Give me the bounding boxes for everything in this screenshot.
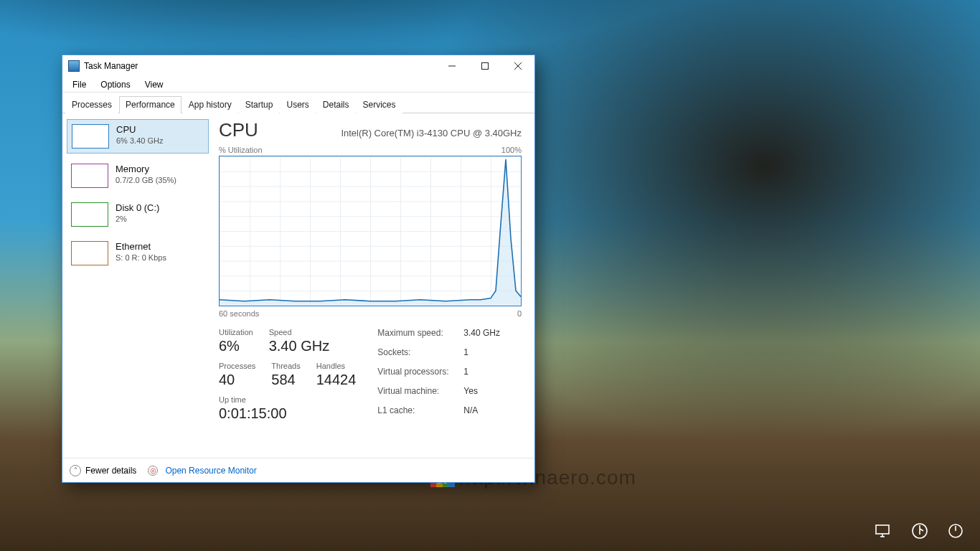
main-panel: CPU Intel(R) Core(TM) i3-4130 CPU @ 3.40… bbox=[213, 113, 534, 458]
sidebar-item-cpu[interactable]: CPU 6% 3.40 GHz bbox=[67, 119, 209, 154]
info-max-speed: 3.40 GHz bbox=[463, 328, 500, 344]
disk-thumb-icon bbox=[71, 202, 108, 227]
svg-rect-1 bbox=[876, 525, 889, 534]
window-title: Task Manager bbox=[84, 61, 138, 71]
sidebar-item-label: Memory bbox=[116, 164, 176, 174]
axis-label: 100% bbox=[501, 146, 522, 154]
network-icon[interactable] bbox=[874, 521, 894, 541]
info-l1: N/A bbox=[463, 405, 500, 422]
svg-rect-0 bbox=[482, 63, 489, 70]
info-sockets: 1 bbox=[463, 347, 500, 364]
stat-label: Speed bbox=[269, 328, 329, 336]
menu-options[interactable]: Options bbox=[95, 78, 136, 91]
sidebar-item-sub: S: 0 R: 0 Kbps bbox=[116, 253, 166, 262]
cpu-utilization-chart bbox=[219, 156, 522, 306]
sidebar-item-label: Ethernet bbox=[116, 241, 166, 252]
stat-uptime: 0:01:15:00 bbox=[219, 405, 356, 422]
info-vproc: 1 bbox=[463, 367, 500, 383]
cpu-model: Intel(R) Core(TM) i3-4130 CPU @ 3.40GHz bbox=[341, 128, 522, 138]
tab-app-history[interactable]: App history bbox=[182, 96, 238, 113]
power-icon[interactable] bbox=[946, 521, 966, 541]
memory-thumb-icon bbox=[71, 164, 108, 188]
sidebar-item-disk[interactable]: Disk 0 (C:) 2% bbox=[67, 198, 209, 231]
sidebar-item-label: Disk 0 (C:) bbox=[116, 202, 159, 213]
tab-startup[interactable]: Startup bbox=[239, 96, 280, 113]
sidebar-item-memory[interactable]: Memory 0.7/2.0 GB (35%) bbox=[67, 159, 209, 192]
stat-handles: 14424 bbox=[316, 372, 357, 388]
ethernet-thumb-icon bbox=[71, 241, 108, 265]
info-vm: Yes bbox=[463, 386, 500, 402]
maximize-button[interactable] bbox=[468, 55, 501, 77]
stat-speed: 3.40 GHz bbox=[269, 338, 329, 354]
axis-label: 60 seconds bbox=[219, 309, 259, 318]
minimize-button[interactable] bbox=[435, 55, 468, 77]
stat-label: Threads bbox=[271, 362, 300, 370]
task-manager-window: Task Manager File Options View Processes… bbox=[62, 55, 535, 483]
stat-label: Processes bbox=[219, 362, 255, 370]
tab-performance[interactable]: Performance bbox=[119, 96, 182, 113]
chevron-up-icon: ˄ bbox=[70, 465, 81, 476]
sidebar: CPU 6% 3.40 GHz Memory 0.7/2.0 GB (35%) … bbox=[62, 113, 213, 458]
axis-label: 0 bbox=[517, 309, 522, 318]
close-button[interactable] bbox=[501, 55, 534, 77]
desktop: http://winaero.com http://winaero.com Ta… bbox=[0, 0, 980, 551]
sidebar-item-sub: 2% bbox=[116, 215, 159, 223]
sidebar-item-ethernet[interactable]: Ethernet S: 0 R: 0 Kbps bbox=[67, 237, 209, 270]
fewer-details-button[interactable]: ˄ Fewer details bbox=[70, 465, 136, 476]
sidebar-item-sub: 0.7/2.0 GB (35%) bbox=[116, 176, 176, 184]
cpu-info-table: Maximum speed:3.40 GHz Sockets:1 Virtual… bbox=[377, 328, 500, 422]
stat-processes: 40 bbox=[219, 372, 255, 388]
stat-label: Utilization bbox=[219, 328, 253, 336]
stat-label: Up time bbox=[219, 395, 356, 404]
app-icon bbox=[68, 60, 80, 72]
cpu-thumb-icon bbox=[72, 124, 109, 149]
sidebar-item-sub: 6% 3.40 GHz bbox=[116, 136, 163, 145]
tabbar: Processes Performance App history Startu… bbox=[62, 93, 534, 113]
tab-users[interactable]: Users bbox=[280, 96, 315, 113]
cpu-heading: CPU bbox=[219, 119, 258, 141]
ease-of-access-icon[interactable] bbox=[910, 521, 930, 541]
menu-file[interactable]: File bbox=[67, 78, 92, 91]
sidebar-item-label: CPU bbox=[116, 124, 163, 135]
stat-label: Handles bbox=[316, 362, 357, 370]
footer: ˄ Fewer details ◎ Open Resource Monitor bbox=[62, 458, 534, 482]
stat-utilization: 6% bbox=[219, 338, 253, 354]
menubar: File Options View bbox=[62, 77, 534, 93]
open-resource-monitor-link[interactable]: ◎ Open Resource Monitor bbox=[148, 466, 256, 476]
menu-view[interactable]: View bbox=[139, 78, 169, 91]
tab-details[interactable]: Details bbox=[316, 96, 356, 113]
tab-processes[interactable]: Processes bbox=[65, 96, 118, 113]
system-tray bbox=[874, 521, 966, 541]
stat-threads: 584 bbox=[271, 372, 300, 388]
titlebar[interactable]: Task Manager bbox=[62, 55, 534, 77]
axis-label: % Utilization bbox=[219, 146, 263, 154]
resource-monitor-icon: ◎ bbox=[148, 466, 158, 476]
tab-services[interactable]: Services bbox=[357, 96, 402, 113]
